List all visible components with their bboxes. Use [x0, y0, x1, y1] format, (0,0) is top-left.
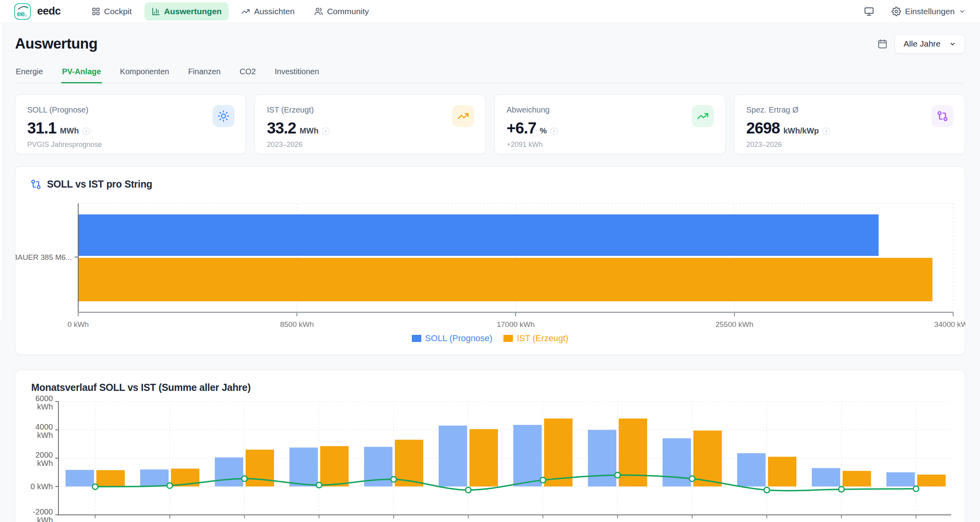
- bar-soll-Feb[interactable]: [140, 469, 169, 486]
- tab-komponenten[interactable]: Komponenten: [119, 64, 170, 83]
- bar-soll[interactable]: [79, 214, 879, 256]
- bar-ist-Jun[interactable]: [469, 429, 498, 486]
- bar-ist[interactable]: [79, 258, 932, 301]
- display-mode-button[interactable]: [864, 6, 874, 17]
- tab-investitionen[interactable]: Investitionen: [274, 64, 320, 83]
- bar-ist-Nov[interactable]: [843, 471, 871, 486]
- line-point-Jun[interactable]: [466, 487, 471, 493]
- y-tick-unit: kWh: [37, 402, 53, 411]
- bar-soll-Apr[interactable]: [289, 447, 318, 486]
- bar-soll-Sep[interactable]: [663, 438, 691, 486]
- line-point-Feb[interactable]: [167, 483, 173, 488]
- kpi-subtext: +2091 kWh: [507, 141, 713, 149]
- bar-soll-Mär[interactable]: [215, 458, 243, 486]
- nav-label: Community: [327, 7, 369, 16]
- line-point-Nov[interactable]: [839, 486, 844, 492]
- legend-item-soll[interactable]: SOLL (Prognose): [412, 333, 492, 344]
- kpi-card-abweichung: Abweichung +6.7 % i +2091 kWh: [494, 94, 725, 154]
- logo-text: ee: [17, 10, 24, 17]
- bar-soll-Nov[interactable]: [812, 468, 840, 486]
- string-chart-card: SOLL vs IST pro String 0 kWh8500 kWh1700…: [15, 166, 965, 355]
- kpi-label: IST (Erzeugt): [267, 105, 473, 115]
- bar-soll-Okt[interactable]: [737, 453, 766, 486]
- nav-item-auswertungen[interactable]: Auswertungen: [145, 2, 229, 21]
- users-icon: [314, 7, 323, 16]
- git-compare-icon: [931, 105, 954, 127]
- tab-energie[interactable]: Energie: [15, 64, 44, 83]
- bar-ist-Jan[interactable]: [96, 470, 125, 486]
- kpi-label: Spez. Ertrag Ø: [746, 105, 953, 115]
- bar-soll-Jul[interactable]: [513, 425, 542, 486]
- line-point-Jan[interactable]: [92, 484, 98, 490]
- report-tabs: Energie PV-Anlage Komponenten Finanzen C…: [15, 64, 965, 83]
- kpi-value: 2698: [746, 119, 780, 137]
- grid-icon: [92, 7, 100, 16]
- nav-item-cockpit[interactable]: Cockpit: [84, 2, 139, 21]
- line-point-Mai[interactable]: [391, 477, 396, 482]
- settings-menu[interactable]: Einstellungen: [892, 7, 966, 16]
- x-tick-label: 25500 kWh: [715, 320, 753, 329]
- main-content: Auswertung Alle Jahre Energie PV-Anlage …: [0, 34, 980, 522]
- top-navigation: eedc eedc Cockpit Auswertungen Aussichte…: [0, 0, 980, 23]
- kpi-value: +6.7: [507, 119, 536, 137]
- tab-finanzen[interactable]: Finanzen: [187, 64, 221, 83]
- line-point-Dez[interactable]: [913, 486, 919, 492]
- bar-ist-Okt[interactable]: [768, 457, 796, 486]
- kpi-value: 33.2: [267, 119, 296, 137]
- kpi-subtext: 2023–2026: [746, 141, 953, 149]
- nav-label: Auswertungen: [164, 7, 222, 16]
- app-logo[interactable]: eedc: [14, 3, 31, 20]
- line-point-Apr[interactable]: [316, 482, 322, 488]
- year-filter-select[interactable]: Alle Jahre: [895, 34, 965, 54]
- main-menu: Cockpit Auswertungen Aussichten Communit…: [84, 2, 376, 21]
- info-icon[interactable]: i: [83, 128, 90, 135]
- line-point-Jul[interactable]: [540, 477, 546, 483]
- line-point-Mär[interactable]: [242, 476, 247, 481]
- kpi-unit: MWh: [300, 126, 319, 135]
- info-icon[interactable]: i: [822, 128, 830, 135]
- x-tick-label: 8500 kWh: [280, 320, 314, 329]
- info-icon[interactable]: i: [550, 128, 558, 135]
- string-chart-title: SOLL vs IST pro String: [47, 178, 152, 190]
- nav-label: Cockpit: [104, 7, 132, 16]
- chevron-down-icon: [959, 8, 966, 15]
- legend-swatch: [503, 335, 513, 342]
- line-point-Okt[interactable]: [764, 487, 770, 493]
- kpi-card-soll: SOLL (Prognose) 31.1 MWh i PVGIS Jahresp…: [15, 94, 246, 154]
- y-tick-label: 4000: [36, 422, 53, 431]
- y-tick-unit: kWh: [37, 459, 53, 468]
- trending-up-icon: [452, 105, 474, 127]
- string-chart-legend: SOLL (Prognose) IST (Erzeugt): [15, 333, 965, 344]
- bar-chart-icon: [152, 7, 160, 16]
- kpi-subtext: 2023–2026: [267, 141, 473, 149]
- gear-icon: [892, 7, 901, 16]
- bar-ist-Dez[interactable]: [917, 475, 946, 486]
- line-point-Aug[interactable]: [615, 472, 620, 478]
- legend-item-ist[interactable]: IST (Erzeugt): [503, 333, 568, 344]
- logo-subtext: dc: [24, 14, 28, 17]
- nav-item-aussichten[interactable]: Aussichten: [234, 2, 302, 21]
- bar-soll-Dez[interactable]: [886, 472, 915, 486]
- bar-soll-Aug[interactable]: [588, 430, 616, 486]
- line-point-Sep[interactable]: [689, 476, 695, 481]
- info-icon[interactable]: i: [322, 128, 330, 135]
- bar-ist-Jul[interactable]: [544, 419, 573, 486]
- kpi-unit: %: [540, 126, 547, 135]
- string-chart-svg: 0 kWh8500 kWh17000 kWh25500 kWh34000 kWh…: [15, 197, 965, 333]
- brand-name: eedc: [37, 5, 61, 17]
- monitor-icon: [864, 6, 874, 17]
- logo-arc-icon: [18, 5, 29, 10]
- tab-co2[interactable]: CO2: [239, 64, 257, 83]
- y-tick-label: -2000: [33, 507, 53, 516]
- bar-soll-Jun[interactable]: [439, 426, 467, 486]
- bar-ist-Aug[interactable]: [619, 419, 647, 486]
- bar-soll-Jan[interactable]: [66, 470, 94, 486]
- monthly-chart-svg: 6000kWh4000kWh2000kWh0 kWh-2000kWh: [15, 396, 965, 522]
- legend-swatch: [412, 335, 421, 342]
- legend-label: IST (Erzeugt): [517, 333, 568, 344]
- nav-item-community[interactable]: Community: [307, 2, 376, 21]
- x-tick-label: 0 kWh: [68, 320, 89, 329]
- tab-pv-anlage[interactable]: PV-Anlage: [61, 64, 102, 83]
- bar-ist-Apr[interactable]: [320, 446, 349, 486]
- bar-ist-Sep[interactable]: [693, 430, 722, 486]
